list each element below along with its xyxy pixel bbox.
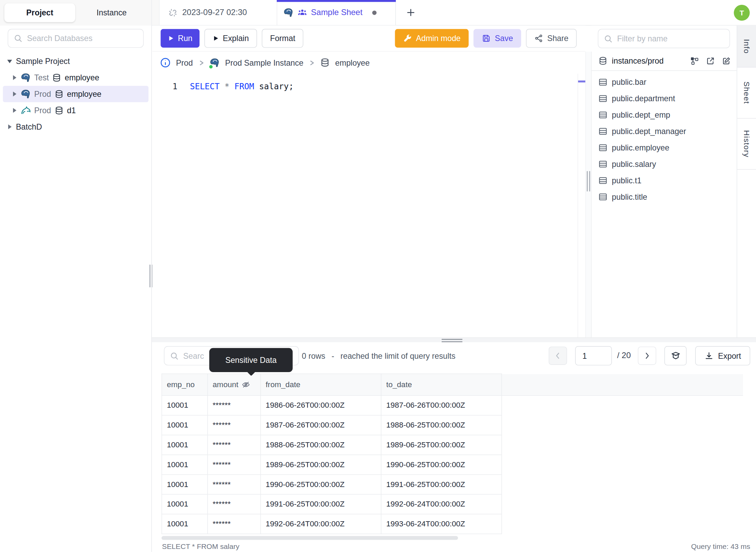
cell-emp-no[interactable]: 10001 [162,455,208,475]
database-search-input[interactable] [27,34,138,43]
rail-tab-info[interactable]: Info [737,26,756,68]
cell-amount-masked[interactable]: ****** [208,494,261,514]
export-button[interactable]: Export [695,346,750,365]
cell-to-date[interactable]: 1991-06-25T00:00:00Z [381,475,501,495]
external-link-icon[interactable] [706,56,715,66]
breadcrumb-database[interactable]: employee [335,58,370,67]
edit-icon[interactable] [722,56,731,66]
table-row[interactable]: 10001 ****** 1991-06-25T00:00:00Z 1992-0… [162,494,743,514]
admin-mode-button[interactable]: Admin mode [395,29,469,48]
breadcrumb-environment[interactable]: Prod [176,58,193,67]
new-tab-button[interactable] [404,5,418,20]
schema-table-item[interactable]: public.t1 [591,172,737,188]
cell-filler [502,514,743,534]
cell-emp-no[interactable]: 10001 [162,415,208,435]
tree-item-test-employee[interactable]: Test employee [3,69,148,86]
editor-overview-ruler[interactable] [578,74,586,338]
table-row[interactable]: 10001 ****** 1986-06-26T00:00:00Z 1987-0… [162,395,743,415]
results-splitter[interactable] [152,338,756,342]
schema-table-item[interactable]: public.bar [591,74,737,90]
cell-emp-no[interactable]: 10001 [162,435,208,455]
caret-right-icon[interactable] [12,92,17,96]
cell-to-date[interactable]: 1989-06-25T00:00:00Z [381,435,501,455]
cell-amount-masked[interactable]: ****** [208,475,261,495]
caret-right-icon[interactable] [12,75,17,80]
page-number-input[interactable] [575,346,612,365]
cell-from-date[interactable]: 1992-06-24T00:00:00Z [261,514,381,534]
explain-button[interactable]: Explain [205,29,257,48]
tree-item-sample-project[interactable]: Sample Project [3,53,148,69]
rail-tab-history[interactable]: History [737,119,756,170]
panel-resize-handle[interactable] [587,171,590,191]
table-row[interactable]: 10001 ****** 1987-06-26T00:00:00Z 1988-0… [162,415,743,435]
tree-item-batchd[interactable]: BatchD [3,119,148,135]
sql-editor[interactable]: 1 SELECT * FROM salary; [152,74,577,338]
schema-table-item[interactable]: public.title [591,188,737,205]
cell-to-date[interactable]: 1990-06-25T00:00:00Z [381,455,501,475]
tree-item-prod-d1[interactable]: Prod d1 [3,102,148,119]
database-icon [54,89,64,98]
table-row[interactable]: 10001 ****** 1990-06-25T00:00:00Z 1991-0… [162,475,743,495]
table-row[interactable]: 10001 ****** 1989-06-25T00:00:00Z 1990-0… [162,455,743,475]
cell-from-date[interactable]: 1986-06-26T00:00:00Z [261,395,381,415]
schema-diagram-icon[interactable] [690,56,699,66]
cell-amount-masked[interactable]: ****** [208,455,261,475]
cell-from-date[interactable]: 1990-06-25T00:00:00Z [261,475,381,495]
schema-table-item[interactable]: public.employee [591,139,737,156]
schema-table-item[interactable]: public.department [591,90,737,107]
cell-amount-masked[interactable]: ****** [208,435,261,455]
cell-amount-masked[interactable]: ****** [208,514,261,534]
sql-keyword: FROM [234,81,254,91]
save-button[interactable]: Save [474,29,521,48]
cell-amount-masked[interactable]: ****** [208,415,261,435]
cell-from-date[interactable]: 1991-06-25T00:00:00Z [261,494,381,514]
schema-filter[interactable] [598,29,730,48]
caret-right-icon[interactable] [12,108,17,113]
breadcrumb-instance[interactable]: Prod Sample Instance [225,58,303,67]
cell-to-date[interactable]: 1987-06-26T00:00:00Z [381,395,501,415]
tab-sample-sheet[interactable]: Sample Sheet [277,0,396,25]
next-page-button[interactable] [638,346,656,365]
avatar[interactable]: T [734,5,750,21]
result-options-button[interactable] [665,346,687,365]
tree-item-prod-employee[interactable]: Prod employee [3,86,148,102]
column-header-from-date[interactable]: from_date [261,374,381,395]
schema-table-item[interactable]: public.dept_emp [591,106,737,123]
cell-to-date[interactable]: 1992-06-24T00:00:00Z [381,494,501,514]
caret-right-icon[interactable] [7,124,13,129]
run-button[interactable]: Run [160,29,199,48]
horizontal-scrollbar[interactable] [161,536,458,540]
cell-from-date[interactable]: 1987-06-26T00:00:00Z [261,415,381,435]
panel-divider[interactable] [585,52,591,340]
info-icon[interactable] [160,57,171,68]
table-row[interactable]: 10001 ****** 1992-06-24T00:00:00Z 1993-0… [162,514,743,534]
cell-emp-no[interactable]: 10001 [162,475,208,495]
schema-table-item[interactable]: public.salary [591,156,737,172]
tab-instance[interactable]: Instance [76,3,147,22]
schema-filter-input[interactable] [617,34,724,43]
schema-table-item[interactable]: public.dept_manager [591,123,737,139]
column-header-to-date[interactable]: to_date [381,374,501,395]
cell-emp-no[interactable]: 10001 [162,494,208,514]
format-button[interactable]: Format [262,29,304,48]
cell-from-date[interactable]: 1989-06-25T00:00:00Z [261,455,381,475]
cell-emp-no[interactable]: 10001 [162,514,208,534]
column-header-emp-no[interactable]: emp_no [162,374,208,395]
sql-code[interactable]: SELECT * FROM salary; [190,81,294,91]
prev-page-button[interactable] [549,346,567,365]
table-row[interactable]: 10001 ****** 1988-06-25T00:00:00Z 1989-0… [162,435,743,455]
code-line[interactable]: 1 SELECT * FROM salary; [152,81,294,91]
tab-project[interactable]: Project [4,3,75,22]
caret-down-icon[interactable] [7,60,13,63]
cell-to-date[interactable]: 1988-06-25T00:00:00Z [381,415,501,435]
rail-tab-sheet[interactable]: Sheet [737,67,756,118]
share-button[interactable]: Share [526,29,577,48]
tab-adhoc-query[interactable]: 2023-09-27 02:30 [159,0,277,25]
cell-from-date[interactable]: 1988-06-25T00:00:00Z [261,435,381,455]
cell-to-date[interactable]: 1993-06-24T00:00:00Z [381,514,501,534]
cell-amount-masked[interactable]: ****** [208,395,261,415]
eye-off-icon[interactable] [242,380,250,389]
column-header-amount[interactable]: amount [208,374,261,395]
cell-emp-no[interactable]: 10001 [162,395,208,415]
database-search[interactable] [8,29,144,48]
